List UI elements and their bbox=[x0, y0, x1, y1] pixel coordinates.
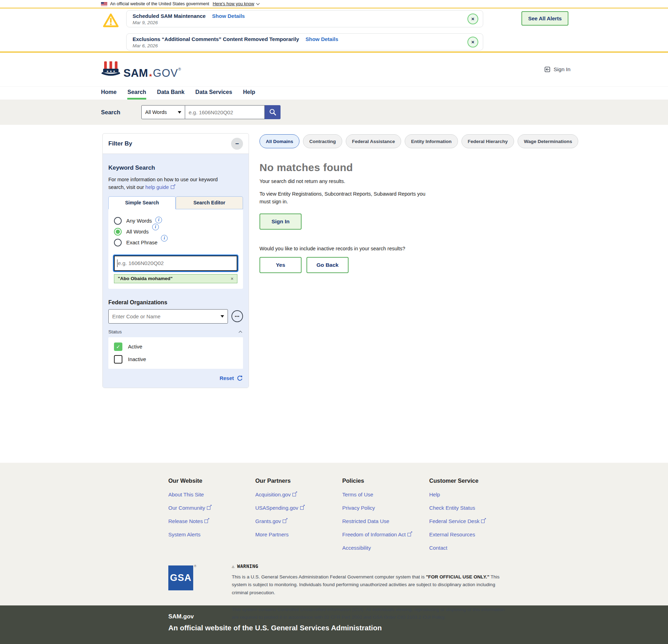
domain-tab-federal-assistance[interactable]: Federal Assistance bbox=[346, 134, 402, 148]
footer-link[interactable]: External Resources bbox=[429, 531, 516, 537]
tab-simple-search[interactable]: Simple Search bbox=[108, 196, 176, 209]
external-link-icon bbox=[300, 506, 305, 510]
close-alert-button[interactable]: × bbox=[467, 13, 478, 24]
registered-mark: ® bbox=[194, 564, 196, 568]
brand-gov: GOV bbox=[153, 67, 178, 79]
inactive-checkbox[interactable] bbox=[114, 355, 122, 364]
footer-link[interactable]: USASpending.gov bbox=[255, 505, 342, 511]
active-checkbox[interactable]: ✓ bbox=[114, 343, 122, 351]
domain-tab-federal-hierarchy[interactable]: Federal Hierarchy bbox=[461, 134, 514, 148]
warning-icon bbox=[103, 13, 119, 28]
collapse-filters-button[interactable]: − bbox=[231, 138, 243, 150]
footer-link[interactable]: Contact bbox=[429, 545, 516, 551]
radio-label: Exact Phrase bbox=[126, 239, 157, 245]
ellipsis-icon: ••• bbox=[235, 314, 240, 318]
refresh-icon bbox=[237, 375, 243, 381]
footer-link[interactable]: Accessibility bbox=[342, 545, 429, 551]
footer-link[interactable]: About This Site bbox=[168, 492, 255, 497]
remove-chip-button[interactable]: × bbox=[231, 276, 234, 282]
domain-tab-wage-determinations[interactable]: Wage Determinations bbox=[518, 134, 579, 148]
footer-link[interactable]: More Partners bbox=[255, 531, 342, 537]
caret-down-icon bbox=[221, 315, 224, 318]
all-words-radio[interactable] bbox=[114, 228, 122, 236]
uncle-sam-hat-icon: ★ ★ ★ bbox=[101, 60, 121, 79]
footer-link[interactable]: System Alerts bbox=[168, 531, 255, 537]
footer-link[interactable]: Check Entity Status bbox=[429, 505, 516, 511]
warning-paragraph-1: This is a U.S. General Services Administ… bbox=[232, 573, 512, 597]
checkbox-label: Active bbox=[128, 344, 142, 350]
status-checkbox-group: ✓ Active Inactive bbox=[108, 337, 243, 369]
footer-link[interactable]: Acquisition.gov bbox=[255, 492, 342, 497]
footer-link[interactable]: Privacy Policy bbox=[342, 505, 429, 511]
footer-link[interactable]: Terms of Use bbox=[342, 492, 429, 497]
search-scope-select[interactable]: All Words bbox=[141, 105, 185, 119]
footer-link[interactable]: Grants.gov bbox=[255, 518, 342, 524]
sam-gov-logo[interactable]: ★ ★ ★ SAM★GOV® bbox=[101, 60, 181, 79]
show-details-link[interactable]: Show Details bbox=[305, 36, 338, 42]
any-words-radio[interactable] bbox=[114, 217, 122, 225]
go-back-button[interactable]: Go Back bbox=[306, 257, 349, 273]
footer-link[interactable]: Freedom of Information Act bbox=[342, 531, 429, 537]
status-section-header[interactable]: Status bbox=[108, 329, 243, 334]
footer-link[interactable]: Our Community bbox=[168, 505, 255, 511]
sign-in-link[interactable]: Sign In bbox=[544, 66, 571, 73]
close-icon: × bbox=[471, 39, 474, 45]
chevron-up-icon bbox=[239, 331, 242, 334]
nav-data-bank[interactable]: Data Bank bbox=[157, 87, 184, 100]
radio-row-exact-phrase: Exact Phrase i bbox=[114, 239, 237, 246]
federal-org-select[interactable] bbox=[108, 309, 228, 324]
gov-banner: An official website of the United States… bbox=[0, 0, 668, 8]
tab-search-editor[interactable]: Search Editor bbox=[176, 196, 243, 209]
sign-in-icon bbox=[544, 66, 551, 73]
sign-in-required-text: To view Entity Registrations, Subcontrac… bbox=[259, 190, 437, 206]
sign-in-button[interactable]: Sign In bbox=[259, 213, 302, 230]
nav-help[interactable]: Help bbox=[243, 87, 255, 100]
site-header: ★ ★ ★ SAM★GOV® Sign In bbox=[0, 53, 668, 86]
main-content: Filter By − Keyword Search For more info… bbox=[0, 125, 668, 463]
info-icon[interactable]: i bbox=[155, 217, 162, 223]
nav-home[interactable]: Home bbox=[101, 87, 116, 100]
footer-heading: Policies bbox=[342, 477, 429, 484]
footer-link[interactable]: Restricted Data Use bbox=[342, 518, 429, 524]
info-icon[interactable]: i bbox=[152, 224, 159, 230]
check-icon: ✓ bbox=[116, 344, 120, 350]
active-checkbox-row[interactable]: ✓ Active bbox=[114, 343, 237, 351]
nav-search[interactable]: Search bbox=[127, 87, 146, 100]
external-link-icon bbox=[171, 185, 175, 189]
how-you-know-link[interactable]: Here's how you know bbox=[213, 1, 254, 6]
inactive-checkbox-row[interactable]: Inactive bbox=[114, 355, 237, 364]
close-alert-button[interactable]: × bbox=[467, 36, 478, 47]
help-guide-link[interactable]: help guide bbox=[146, 184, 175, 190]
external-link-icon bbox=[283, 519, 287, 523]
filter-panel: Filter By − Keyword Search For more info… bbox=[102, 133, 249, 388]
search-input[interactable] bbox=[185, 105, 265, 119]
sign-in-label: Sign In bbox=[554, 66, 571, 73]
reset-filters[interactable]: Reset bbox=[108, 375, 243, 381]
results-area: All Domains Contracting Federal Assistan… bbox=[259, 134, 554, 273]
footer-link[interactable]: Release Notes bbox=[168, 518, 255, 524]
alert-title: Exclusions “Additional Comments” Content… bbox=[133, 36, 299, 42]
keyword-info-text: For more information on how to use our k… bbox=[108, 176, 229, 191]
domain-tab-contracting[interactable]: Contracting bbox=[303, 134, 342, 148]
keyword-input[interactable]: e.g. 1606N020Q02 bbox=[114, 256, 237, 271]
alert-card: Scheduled SAM Maintenance Show Details M… bbox=[126, 10, 483, 27]
no-matches-heading: No matches found bbox=[259, 162, 554, 174]
us-flag-icon bbox=[101, 2, 107, 6]
keyword-input-placeholder: e.g. 1606N020Q02 bbox=[118, 260, 164, 266]
footer-link[interactable]: Help bbox=[429, 492, 516, 497]
more-options-button[interactable]: ••• bbox=[231, 310, 243, 322]
search-button[interactable] bbox=[265, 105, 281, 119]
domain-tab-all-domains[interactable]: All Domains bbox=[259, 134, 299, 148]
reset-label: Reset bbox=[220, 375, 234, 381]
federal-org-input[interactable] bbox=[109, 310, 228, 323]
close-icon: × bbox=[471, 16, 474, 22]
footer-link[interactable]: Federal Service Desk bbox=[429, 518, 516, 524]
show-details-link[interactable]: Show Details bbox=[212, 13, 245, 19]
domain-tab-entity-information[interactable]: Entity Information bbox=[405, 134, 458, 148]
see-all-alerts-button[interactable]: See All Alerts bbox=[521, 11, 568, 26]
info-icon[interactable]: i bbox=[161, 235, 168, 242]
nav-data-services[interactable]: Data Services bbox=[195, 87, 232, 100]
alerts-section: Scheduled SAM Maintenance Show Details M… bbox=[0, 8, 668, 53]
exact-phrase-radio[interactable] bbox=[114, 239, 122, 246]
yes-button[interactable]: Yes bbox=[259, 257, 302, 273]
